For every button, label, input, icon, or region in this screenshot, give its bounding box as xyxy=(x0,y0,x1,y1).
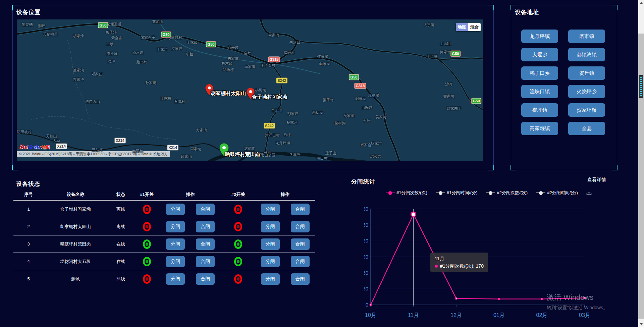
map-town-label: 向家坳 xyxy=(319,61,330,66)
switch1-indicator-red xyxy=(143,274,151,284)
corner-decoration xyxy=(612,5,618,10)
legend-item[interactable]: #2分闸时间/(分) xyxy=(536,190,578,196)
map-town-label: 跑马坪 xyxy=(137,60,148,65)
open-switch-button[interactable]: 分闸 xyxy=(261,273,280,285)
close-switch-button[interactable]: 合闸 xyxy=(196,256,215,267)
open-switch-button[interactable]: 分闸 xyxy=(261,204,280,215)
open-switch-button[interactable]: 分闸 xyxy=(261,238,280,250)
map-type-option-map[interactable]: 地图 xyxy=(456,23,468,31)
close-switch-button[interactable]: 合闸 xyxy=(291,221,310,232)
legend-item[interactable]: #2分闸次数/(次) xyxy=(486,190,528,196)
road-badge-G50: G50 xyxy=(451,51,460,56)
map-town-label: 庙坪 xyxy=(244,51,251,56)
road-badge-G50: G50 xyxy=(162,32,171,37)
scrollbar-widget xyxy=(639,75,643,98)
chart-legend: #1分闸次数/(次)#1分闸时间/(分)#2分闸次数/(次)#2分闸时间/(分) xyxy=(386,190,578,196)
address-button[interactable]: 龙舟坪镇 xyxy=(521,30,558,43)
map-canvas[interactable]: 地图 混合 Bai du 地图 © 2021 Baidu - GS(2019)5… xyxy=(17,19,483,161)
switch1-cell xyxy=(134,274,159,284)
map-town-label: 杨家湾 xyxy=(371,141,382,146)
row-number: 1 xyxy=(13,207,44,212)
table-row: 1合子坳村习家坳离线分闸合闸分闸合闸 xyxy=(13,201,315,218)
map-town-label: 周家坳 xyxy=(190,147,201,152)
close-switch-button[interactable]: 合闸 xyxy=(196,273,215,285)
map-marker-red[interactable]: 胡家棚村太阳山 xyxy=(205,84,213,95)
address-button[interactable]: 鸭子口乡 xyxy=(521,66,558,80)
address-button[interactable]: 榔坪镇 xyxy=(521,103,558,117)
open-switch-button[interactable]: 分闸 xyxy=(166,238,185,250)
column-header: 状态 xyxy=(107,192,134,198)
legend-label: #2分闸次数/(次) xyxy=(497,190,528,196)
open-switch-button[interactable]: 分闸 xyxy=(261,221,280,232)
column-header: 设备名称 xyxy=(44,192,107,198)
open-switch-button[interactable]: 分闸 xyxy=(166,221,185,232)
scroll-up-arrow-icon[interactable] xyxy=(638,0,644,6)
map-type-toggle[interactable]: 地图 混合 xyxy=(456,23,481,31)
open-switch-button[interactable]: 分闸 xyxy=(166,256,185,267)
svg-text:12月: 12月 xyxy=(450,312,462,318)
logo-text-map: 地图 xyxy=(41,144,50,150)
address-button[interactable]: 都镇湾镇 xyxy=(568,48,605,61)
map-town-label: 欧家圈子 xyxy=(447,106,462,111)
switch1-operations: 分闸合闸 xyxy=(159,221,221,232)
map-town-label: 百步垭 xyxy=(228,45,239,50)
map-type-option-hybrid[interactable]: 混合 xyxy=(468,23,481,31)
legend-item[interactable]: #1分闸次数/(次) xyxy=(386,190,427,196)
map-town-label: 后坪 xyxy=(283,132,291,138)
line-chart[interactable]: 030609012015018010月11月12月01月02月03月 11月 #… xyxy=(364,203,599,325)
close-switch-button[interactable]: 合闸 xyxy=(291,204,310,215)
map-town-label: 刘家坳 xyxy=(355,96,366,101)
legend-marker-icon xyxy=(436,191,445,195)
map-town-label: 杨树坳 xyxy=(255,88,266,93)
address-button[interactable]: 资丘镇 xyxy=(568,66,605,80)
svg-text:10月: 10月 xyxy=(365,312,376,318)
switch2-operations: 分闸合闸 xyxy=(255,221,315,232)
address-button[interactable]: 磨市镇 xyxy=(568,30,605,43)
vertical-scrollbar[interactable] xyxy=(638,0,644,327)
device-name: 测试 xyxy=(44,276,107,282)
section-title-device-status: 设备状态 xyxy=(16,180,40,188)
address-button[interactable]: 贺家坪镇 xyxy=(568,103,605,117)
map-town-label: 肖家台 xyxy=(361,143,372,148)
open-switch-button[interactable]: 分闸 xyxy=(261,256,280,267)
map-town-label: 大坳 xyxy=(53,138,60,143)
close-switch-button[interactable]: 合闸 xyxy=(291,273,310,285)
close-switch-button[interactable]: 合闸 xyxy=(196,204,215,215)
switch2-operations: 分闸合闸 xyxy=(255,273,315,285)
road-badge-X214: X214 xyxy=(115,138,125,143)
device-name: 合子坳村习家坳 xyxy=(44,206,107,212)
map-town-label: 阴阳坡村 xyxy=(17,129,32,134)
download-icon[interactable] xyxy=(586,189,592,196)
road-badge-S242: S242 xyxy=(264,123,275,128)
address-button[interactable]: 大堰乡 xyxy=(521,48,558,61)
road-badge-G50: G50 xyxy=(207,42,216,47)
legend-item[interactable]: #1分闸时间/(分) xyxy=(436,190,478,196)
map-marker-red[interactable]: 合子坳村习家坳 xyxy=(247,88,255,99)
close-switch-button[interactable]: 合闸 xyxy=(196,238,215,250)
corner-decoration xyxy=(12,165,18,170)
open-switch-button[interactable]: 分闸 xyxy=(166,204,185,215)
open-switch-button[interactable]: 分闸 xyxy=(166,273,185,285)
svg-text:180: 180 xyxy=(364,206,368,212)
legend-label: #2分闸时间/(分) xyxy=(547,190,578,196)
close-switch-button[interactable]: 合闸 xyxy=(196,221,215,232)
road-badge-G318: G318 xyxy=(355,84,366,89)
map-town-label: 清江方山 xyxy=(85,99,100,104)
close-switch-button[interactable]: 合闸 xyxy=(291,256,310,267)
road-badge-X214: X214 xyxy=(56,144,67,149)
view-details-link[interactable]: 查看详情 xyxy=(587,177,606,183)
address-button[interactable]: 火烧坪乡 xyxy=(568,85,605,98)
switch2-operations: 分闸合闸 xyxy=(255,204,315,215)
map-town-label: 邱家山 xyxy=(181,154,192,159)
section-title-trip-stats: 分闸统计 xyxy=(351,178,375,185)
map-town-label: 孙家坳 xyxy=(146,80,157,86)
device-status: 离线 xyxy=(107,224,134,230)
address-button[interactable]: 高家堰镇 xyxy=(521,122,558,135)
close-switch-button[interactable]: 合闸 xyxy=(291,238,310,250)
map-town-label: 两岔口 xyxy=(289,40,301,45)
tooltip-entry: #1分闸次数/(次): 170 xyxy=(435,262,484,270)
map-marker-green[interactable]: 晒鼓坪村荒田岗 xyxy=(220,143,229,156)
address-button[interactable]: 渔峡口镇 xyxy=(521,85,558,98)
address-button[interactable]: 全县 xyxy=(568,122,605,135)
scroll-down-arrow-icon[interactable] xyxy=(638,321,644,327)
